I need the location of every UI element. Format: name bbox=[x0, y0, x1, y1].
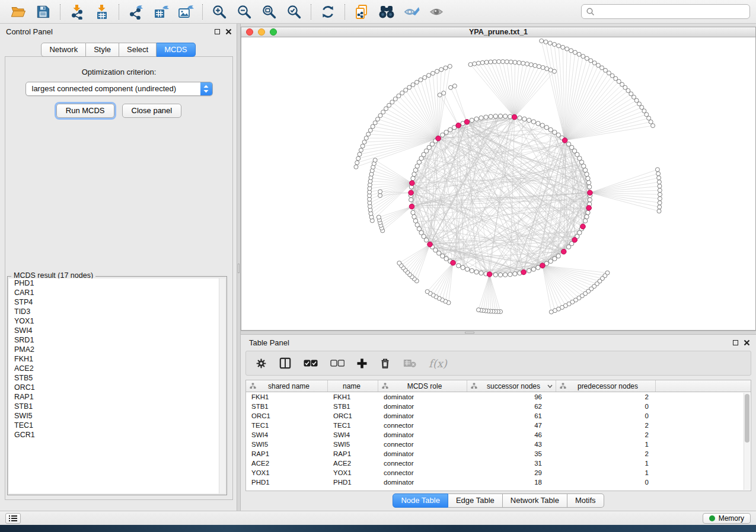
graph-mcds-node[interactable] bbox=[409, 190, 414, 196]
graph-leaf-node[interactable] bbox=[393, 97, 397, 101]
graph-node[interactable] bbox=[586, 210, 590, 214]
tab-select[interactable]: Select bbox=[119, 43, 157, 57]
show-all-button[interactable] bbox=[424, 2, 449, 22]
network-files-button[interactable] bbox=[349, 2, 374, 22]
mcds-result-item[interactable]: CAR1 bbox=[9, 288, 225, 297]
graph-leaf-node[interactable] bbox=[649, 120, 653, 124]
mcds-result-item[interactable]: FKH1 bbox=[9, 354, 225, 364]
graph-leaf-node[interactable] bbox=[529, 63, 533, 67]
save-session-button[interactable] bbox=[31, 2, 56, 22]
graph-node[interactable] bbox=[498, 273, 502, 277]
graph-leaf-node[interactable] bbox=[427, 73, 431, 78]
graph-mcds-node[interactable] bbox=[521, 270, 527, 275]
graph-leaf-node[interactable] bbox=[387, 103, 391, 107]
table-row[interactable]: FKH1FKH1dominator962 bbox=[246, 392, 751, 402]
graph-leaf-node[interactable] bbox=[384, 107, 388, 111]
graph-leaf-node[interactable] bbox=[477, 308, 481, 312]
graph-leaf-node[interactable] bbox=[509, 60, 513, 64]
mcds-result-item[interactable]: YOX1 bbox=[9, 316, 225, 326]
tab-node-table[interactable]: Node Table bbox=[393, 493, 448, 508]
graph-leaf-node[interactable] bbox=[377, 215, 381, 219]
graph-mcds-node[interactable] bbox=[512, 114, 517, 120]
graph-node[interactable] bbox=[531, 267, 535, 271]
import-table-button[interactable] bbox=[90, 2, 114, 22]
graph-leaf-node[interactable] bbox=[561, 45, 565, 49]
function-builder-icon[interactable]: f(x) bbox=[429, 357, 447, 370]
graph-leaf-node[interactable] bbox=[651, 124, 655, 128]
delete-column-button[interactable] bbox=[379, 357, 391, 369]
close-panel-icon[interactable] bbox=[225, 28, 232, 35]
refresh-view-button[interactable] bbox=[315, 2, 340, 22]
graph-mcds-node[interactable] bbox=[572, 238, 578, 243]
export-image-button[interactable] bbox=[173, 2, 198, 22]
graph-leaf-node[interactable] bbox=[425, 290, 429, 294]
graph-leaf-node[interactable] bbox=[596, 63, 600, 68]
graph-mcds-node[interactable] bbox=[586, 206, 592, 211]
create-column-button[interactable] bbox=[357, 358, 367, 368]
graph-leaf-node[interactable] bbox=[565, 47, 569, 51]
graph-leaf-node[interactable] bbox=[354, 165, 358, 169]
graph-node[interactable] bbox=[474, 117, 479, 121]
table-row[interactable]: SWI4SWI4dominator462 bbox=[246, 430, 751, 440]
graph-node[interactable] bbox=[540, 123, 544, 127]
graph-node[interactable] bbox=[513, 272, 517, 276]
mcds-result-item[interactable]: ACE2 bbox=[9, 364, 225, 373]
graph-node[interactable] bbox=[503, 114, 507, 118]
graph-node[interactable] bbox=[585, 214, 589, 219]
graph-leaf-node[interactable] bbox=[540, 39, 544, 43]
graph-node[interactable] bbox=[441, 133, 445, 137]
graph-leaf-node[interactable] bbox=[655, 168, 659, 172]
table-row[interactable]: TEC1TEC1connector472 bbox=[246, 421, 751, 430]
graph-node[interactable] bbox=[544, 125, 548, 129]
graph-leaf-node[interactable] bbox=[592, 61, 596, 65]
graph-mcds-node[interactable] bbox=[451, 260, 456, 265]
deselect-all-rows-button[interactable] bbox=[330, 360, 344, 367]
graph-leaf-node[interactable] bbox=[600, 66, 604, 70]
mcds-result-item[interactable]: SWI4 bbox=[9, 326, 225, 335]
graph-node[interactable] bbox=[536, 265, 540, 270]
graph-node[interactable] bbox=[508, 273, 512, 277]
graph-node[interactable] bbox=[583, 168, 587, 172]
export-network-button[interactable] bbox=[123, 2, 148, 22]
table-scrollbar[interactable] bbox=[744, 393, 750, 490]
hide-selected-button[interactable] bbox=[399, 2, 424, 22]
graph-leaf-node[interactable] bbox=[397, 94, 401, 98]
graph-leaf-node[interactable] bbox=[657, 176, 661, 180]
tab-network-table[interactable]: Network Table bbox=[503, 493, 567, 508]
graph-leaf-node[interactable] bbox=[476, 61, 480, 65]
graph-leaf-node[interactable] bbox=[368, 128, 372, 132]
graph-leaf-node[interactable] bbox=[411, 83, 415, 87]
graph-leaf-node[interactable] bbox=[553, 69, 557, 73]
graph-node[interactable] bbox=[493, 273, 497, 277]
graph-leaf-node[interactable] bbox=[442, 91, 446, 95]
graph-node[interactable] bbox=[553, 257, 557, 261]
graph-mcds-node[interactable] bbox=[436, 136, 441, 141]
graph-leaf-node[interactable] bbox=[404, 88, 408, 92]
graph-leaf-node[interactable] bbox=[658, 201, 662, 205]
float-panel-icon[interactable] bbox=[215, 29, 220, 34]
graph-leaf-node[interactable] bbox=[569, 49, 573, 53]
graph-leaf-node[interactable] bbox=[658, 184, 662, 188]
optimization-criterion-select[interactable]: largest connected component (undirected) bbox=[25, 82, 213, 96]
graph-leaf-node[interactable] bbox=[480, 60, 484, 65]
graph-node[interactable] bbox=[411, 210, 415, 214]
graph-node[interactable] bbox=[503, 273, 507, 277]
graph-node[interactable] bbox=[465, 267, 469, 271]
graph-leaf-node[interactable] bbox=[444, 66, 448, 70]
panel-splitter[interactable] bbox=[237, 24, 241, 511]
graph-leaf-node[interactable] bbox=[435, 69, 439, 73]
graph-leaf-node[interactable] bbox=[656, 172, 661, 176]
graph-node[interactable] bbox=[479, 271, 483, 275]
table-row[interactable]: PHD1PHD1dominator180 bbox=[246, 477, 751, 487]
graph-leaf-node[interactable] bbox=[658, 193, 662, 197]
graph-leaf-node[interactable] bbox=[658, 188, 662, 193]
graph-node[interactable] bbox=[556, 254, 560, 258]
splitter-grip-icon[interactable] bbox=[465, 332, 474, 334]
graph-mcds-node[interactable] bbox=[580, 224, 586, 229]
graph-node[interactable] bbox=[470, 268, 474, 273]
graph-leaf-node[interactable] bbox=[448, 85, 452, 89]
graph-leaf-node[interactable] bbox=[356, 156, 361, 161]
graph-node[interactable] bbox=[586, 181, 591, 185]
graph-leaf-node[interactable] bbox=[390, 100, 394, 104]
run-mcds-button[interactable]: Run MCDS bbox=[56, 104, 114, 118]
